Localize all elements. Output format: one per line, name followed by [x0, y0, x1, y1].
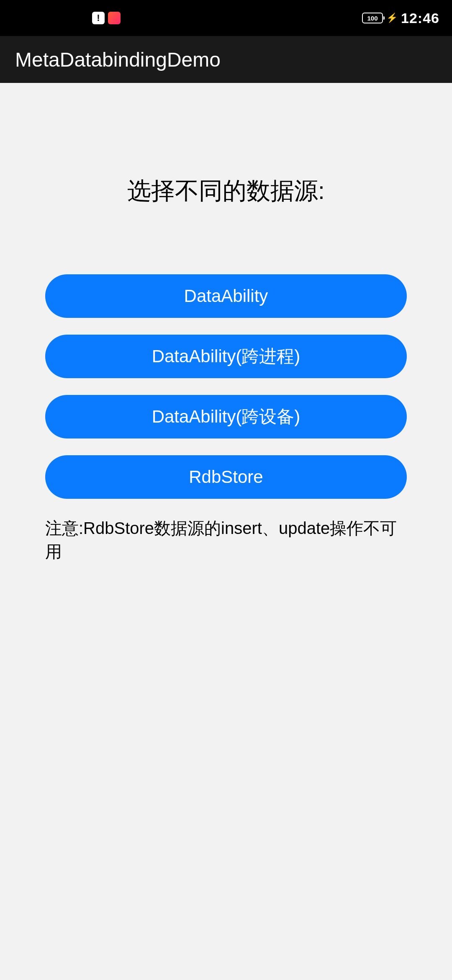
battery-icon: 100 — [362, 13, 383, 23]
main-content: 选择不同的数据源: DataAbility DataAbility(跨进程) D… — [0, 175, 452, 563]
note-text: 注意:RdbStore数据源的insert、update操作不可用 — [45, 516, 407, 563]
button-group: DataAbility DataAbility(跨进程) DataAbility… — [45, 274, 407, 499]
charging-icon: ⚡ — [386, 13, 398, 23]
button-label: DataAbility(跨设备) — [152, 405, 300, 428]
app-indicator-icon — [108, 12, 121, 24]
data-ability-cross-process-button[interactable]: DataAbility(跨进程) — [45, 335, 407, 378]
button-label: RdbStore — [189, 467, 263, 487]
status-right: 100 ⚡ 12:46 — [362, 10, 439, 26]
data-ability-button[interactable]: DataAbility — [45, 274, 407, 318]
clock: 12:46 — [401, 10, 439, 26]
warning-icon: ! — [92, 12, 105, 24]
button-label: DataAbility — [184, 286, 268, 306]
battery-level: 100 — [367, 15, 378, 22]
page-heading: 选择不同的数据源: — [45, 175, 407, 207]
status-bar: ! 100 ⚡ 12:46 — [0, 0, 452, 36]
data-ability-cross-device-button[interactable]: DataAbility(跨设备) — [45, 395, 407, 438]
app-title: MetaDatabindingDemo — [15, 48, 221, 71]
button-label: DataAbility(跨进程) — [152, 345, 300, 368]
rdb-store-button[interactable]: RdbStore — [45, 455, 407, 499]
status-left-icons: ! — [92, 12, 121, 24]
app-bar: MetaDatabindingDemo — [0, 36, 452, 83]
